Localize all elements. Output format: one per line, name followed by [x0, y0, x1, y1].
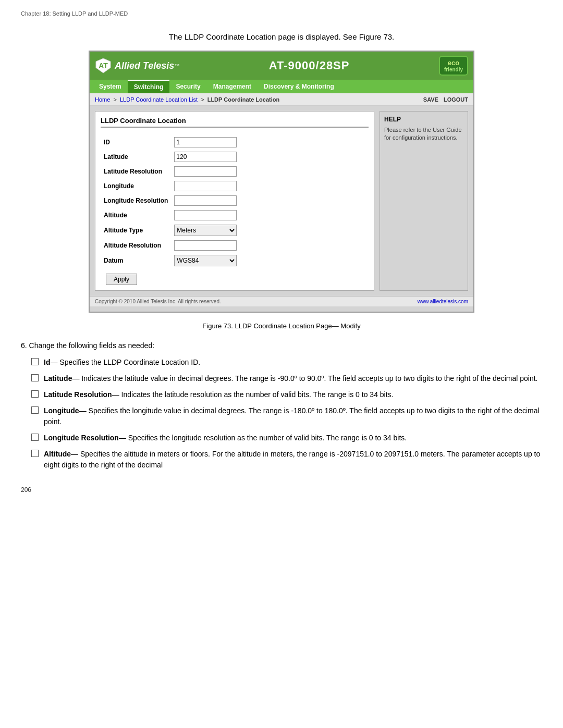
label-datum: Datum: [101, 253, 171, 268]
field-row-alt-type: Altitude Type Meters Floors: [101, 223, 240, 238]
panel-title: LLDP Coordinate Location: [101, 117, 369, 128]
datum-select[interactable]: WGS84 NAD83 MLLW: [174, 255, 237, 266]
longitude-input[interactable]: [174, 181, 237, 191]
checkbox-longitude: [31, 406, 39, 414]
latitude-input[interactable]: [174, 152, 237, 162]
field-row-altitude: Altitude: [101, 208, 240, 223]
label-lat-res: Latitude Resolution: [101, 164, 171, 179]
main-panel: LLDP Coordinate Location ID Latitude: [95, 111, 374, 291]
logo-area: AT Allied Telesis™: [95, 57, 179, 74]
nav-management[interactable]: Management: [207, 80, 258, 93]
form-table: ID Latitude Latitude Resolut: [101, 135, 240, 268]
field-row-lat-res: Latitude Resolution: [101, 164, 240, 179]
breadcrumb-actions: SAVE LOGOUT: [423, 96, 468, 103]
device-model: AT-9000/28SP: [179, 59, 438, 72]
breadcrumb-home[interactable]: Home: [95, 96, 110, 103]
input-id: [171, 135, 240, 150]
device-footer: Copyright © 2010 Allied Telesis Inc. All…: [90, 296, 473, 306]
label-altitude: Altitude: [101, 208, 171, 223]
step-text: 6. Change the following fields as needed…: [21, 341, 542, 350]
label-longitude: Longitude: [101, 179, 171, 193]
help-text: Please refer to the User Guide for confi…: [384, 126, 463, 142]
input-lon-res: [171, 193, 240, 208]
id-input[interactable]: [174, 137, 237, 147]
bullet-text-longitude: Longitude— Specifies the longitude value…: [44, 405, 542, 427]
logo-text: Allied Telesis: [115, 60, 174, 71]
intro-text: The LLDP Coordinate Location page is dis…: [21, 32, 542, 41]
checkbox-lat-res: [31, 390, 39, 398]
list-item-altitude: Altitude— Specifies the altitude in mete…: [31, 449, 542, 471]
apply-btn-area: Apply: [106, 274, 369, 285]
field-row-lon-res: Longitude Resolution: [101, 193, 240, 208]
latitude-resolution-input[interactable]: [174, 166, 237, 177]
input-alt-type: Meters Floors: [171, 223, 240, 238]
list-item-latitude: Latitude— Indicates the latitude value i…: [31, 373, 542, 384]
help-title: HELP: [384, 116, 463, 123]
device-header: AT Allied Telesis™ AT-9000/28SP eco frie…: [90, 52, 473, 80]
bullet-text-altitude: Altitude— Specifies the altitude in mete…: [44, 449, 542, 471]
field-row-id: ID: [101, 135, 240, 150]
breadcrumb-bar: Home > LLDP Coordinate Location List > L…: [90, 93, 473, 106]
altitude-input[interactable]: [174, 210, 237, 220]
apply-button[interactable]: Apply: [106, 274, 137, 285]
checkbox-lon-res: [31, 434, 39, 441]
altitude-type-select[interactable]: Meters Floors: [174, 225, 237, 236]
breadcrumb: Home > LLDP Coordinate Location List > L…: [95, 96, 279, 103]
label-lon-res: Longitude Resolution: [101, 193, 171, 208]
nav-bar: System Switching Security Management Dis…: [90, 80, 473, 93]
chapter-header: Chapter 18: Setting LLDP and LLDP-MED: [21, 10, 542, 17]
label-alt-res: Altitude Resolution: [101, 238, 171, 253]
svg-text:AT: AT: [99, 61, 108, 70]
breadcrumb-current: LLDP Coordinate Location: [207, 96, 280, 103]
save-link[interactable]: SAVE: [423, 96, 438, 103]
device-content: LLDP Coordinate Location ID Latitude: [90, 106, 473, 296]
device-frame: AT Allied Telesis™ AT-9000/28SP eco frie…: [89, 51, 474, 313]
chapter-header-text: Chapter 18: Setting LLDP and LLDP-MED: [21, 10, 128, 17]
field-row-latitude: Latitude: [101, 150, 240, 164]
nav-security[interactable]: Security: [169, 80, 206, 93]
field-row-longitude: Longitude: [101, 179, 240, 193]
figure-caption: Figure 73. LLDP Coordinate Location Page…: [21, 322, 542, 330]
label-latitude: Latitude: [101, 150, 171, 164]
bullet-text-lat-res: Latitude Resolution— Indicates the latit…: [44, 389, 542, 400]
altitude-resolution-input[interactable]: [174, 240, 237, 251]
label-alt-type: Altitude Type: [101, 223, 171, 238]
checkbox-latitude: [31, 374, 39, 381]
breadcrumb-list[interactable]: LLDP Coordinate Location List: [120, 96, 198, 103]
list-item-lon-res: Longitude Resolution— Specifies the long…: [31, 433, 542, 443]
bullet-text-lon-res: Longitude Resolution— Specifies the long…: [44, 433, 542, 443]
list-item-longitude: Longitude— Specifies the longitude value…: [31, 405, 542, 427]
nav-system[interactable]: System: [93, 80, 128, 93]
checkbox-id: [31, 358, 39, 365]
longitude-resolution-input[interactable]: [174, 195, 237, 206]
checkbox-altitude: [31, 450, 39, 457]
logo-shield-icon: AT: [95, 57, 112, 74]
logout-link[interactable]: LOGOUT: [444, 96, 468, 103]
bullet-list: Id— Specifies the LLDP Coordinate Locati…: [31, 357, 542, 471]
nav-switching[interactable]: Switching: [128, 80, 170, 93]
list-item-lat-res: Latitude Resolution— Indicates the latit…: [31, 389, 542, 400]
field-row-alt-res: Altitude Resolution: [101, 238, 240, 253]
input-datum: WGS84 NAD83 MLLW: [171, 253, 240, 268]
input-latitude: [171, 150, 240, 164]
footer-url[interactable]: www.alliedtelesis.com: [418, 299, 468, 304]
eco-badge: eco friendly: [439, 56, 468, 76]
bullet-text-latitude: Latitude— Indicates the latitude value i…: [44, 373, 542, 384]
bullet-text-id: Id— Specifies the LLDP Coordinate Locati…: [44, 357, 542, 368]
input-longitude: [171, 179, 240, 193]
input-altitude: [171, 208, 240, 223]
input-alt-res: [171, 238, 240, 253]
list-item-id: Id— Specifies the LLDP Coordinate Locati…: [31, 357, 542, 368]
input-lat-res: [171, 164, 240, 179]
footer-copyright: Copyright © 2010 Allied Telesis Inc. All…: [95, 299, 221, 304]
field-row-datum: Datum WGS84 NAD83 MLLW: [101, 253, 240, 268]
page-number: 206: [21, 486, 542, 493]
nav-discovery[interactable]: Discovery & Monitoring: [258, 80, 340, 93]
help-panel: HELP Please refer to the User Guide for …: [380, 111, 468, 291]
label-id: ID: [101, 135, 171, 150]
